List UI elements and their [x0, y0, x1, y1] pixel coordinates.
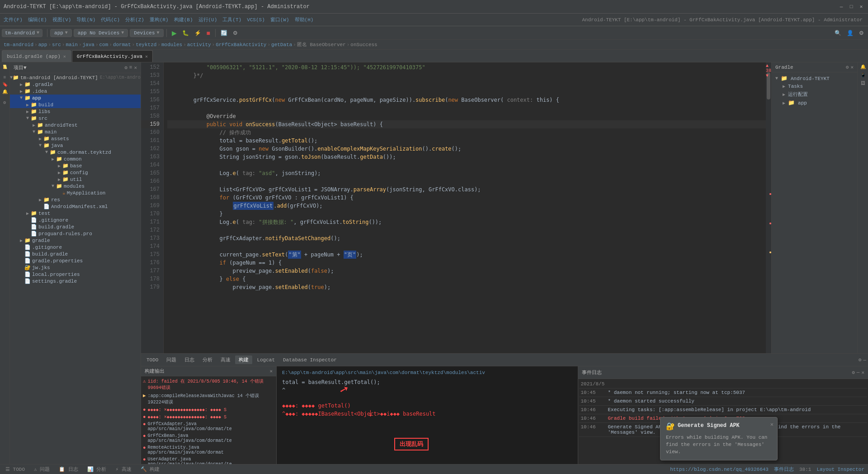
menu-help[interactable]: 帮助(H)	[293, 15, 316, 24]
menu-code[interactable]: 代码(C)	[99, 15, 122, 24]
sync-button[interactable]: 🔄	[218, 28, 230, 38]
menu-navigate[interactable]: 导航(N)	[75, 15, 97, 24]
build-item-3[interactable]: ● ◆◆◆◆: ×◆◆◆◆◆◆◆◆◆◆◆◆◆◆: ◆◆◆◆ S	[141, 406, 276, 413]
notifications-icon[interactable]: 🔔	[2, 89, 8, 95]
menu-vcs[interactable]: VCS(S)	[245, 16, 267, 24]
tree-gradle-properties[interactable]: 📄 gradle.properties	[10, 257, 141, 264]
close-button[interactable]: ✕	[858, 4, 864, 10]
tree-base[interactable]: ▶ 📁 base	[10, 162, 141, 169]
project-panel-settings[interactable]: ⚙	[124, 65, 127, 71]
tree-res[interactable]: ▶ 📁 res	[10, 196, 141, 203]
project-selector[interactable]: tm-android ▼	[2, 29, 42, 37]
minimize-button[interactable]: —	[838, 4, 844, 10]
right-device-explorer-icon[interactable]: 📱	[860, 72, 866, 78]
status-todo[interactable]: ☰ TODO	[4, 466, 27, 473]
run-config[interactable]: app ▼	[50, 29, 72, 37]
gradle-settings-icon[interactable]: ⚙	[846, 64, 849, 70]
tab-logcat[interactable]: Logcat	[253, 356, 278, 364]
device-selector[interactable]: app No Devices ▼	[74, 29, 128, 37]
tree-root[interactable]: ▼ 📁 tm-android [Android-TEYKT] E:\app\tm…	[10, 74, 141, 81]
tree-jwjks[interactable]: 🔐 jw.jks	[10, 264, 141, 271]
breadcrumb-activity[interactable]: activity	[187, 42, 211, 47]
right-notifications-icon[interactable]: 🔔	[860, 64, 866, 70]
menu-view[interactable]: 视图(V)	[51, 15, 73, 24]
project-panel-close[interactable]: ✕	[134, 65, 137, 71]
tree-settings-gradle[interactable]: 📄 settings.gradle	[10, 278, 141, 284]
breadcrumb-observer[interactable]: 匿名 BaseObserver	[297, 41, 346, 48]
devices-label-btn[interactable]: Devices ▼	[130, 29, 163, 37]
build-item-7[interactable]: ● RemoteActivity.java app/src/main/java/…	[141, 444, 276, 456]
tree-manifest[interactable]: 📄 AndroidManifest.xml	[10, 203, 141, 210]
tree-assets[interactable]: ▶ 📁 assets	[10, 135, 141, 142]
breadcrumb-main[interactable]: main	[66, 42, 77, 47]
breadcrumb-project[interactable]: tm-android	[4, 42, 33, 47]
tree-root-gitignore[interactable]: 📄 .gitignore	[10, 244, 141, 251]
maximize-button[interactable]: □	[848, 4, 854, 10]
status-speed[interactable]: ⚡ 高速	[113, 465, 133, 473]
breadcrumb-dormat[interactable]: dormat	[113, 42, 131, 47]
menu-window[interactable]: 窗口(W)	[269, 15, 291, 24]
breadcrumb-teyktzd[interactable]: teyktzd	[136, 42, 156, 47]
tree-util[interactable]: ▶ 📁 util	[10, 176, 141, 183]
project-tab-icon[interactable]: 📁	[2, 64, 8, 70]
event-log-minimize[interactable]: —	[857, 370, 860, 375]
status-analyze[interactable]: 📊 分析	[85, 465, 108, 473]
breadcrumb-src[interactable]: src	[52, 42, 61, 47]
tree-dormat[interactable]: ▼ 📁 com.dormat.teyktzd	[10, 149, 141, 156]
notification-close[interactable]: ✕	[770, 421, 774, 428]
tree-proguard[interactable]: 📄 proguard-rules.pro	[10, 230, 141, 237]
tab-log[interactable]: 日志	[181, 356, 198, 364]
build-variants-icon[interactable]: ⚙	[3, 100, 6, 105]
tree-app[interactable]: ▼ 📁 app	[10, 95, 141, 101]
search-button[interactable]: 🔍	[832, 28, 844, 38]
status-build[interactable]: 🔨 构建	[139, 465, 162, 473]
tree-build[interactable]: ▶ 📁 build	[10, 101, 141, 108]
menu-tools[interactable]: 工具(T)	[221, 15, 243, 24]
menu-file[interactable]: 文件(F)	[2, 15, 24, 24]
breadcrumb-class[interactable]: GrFfCxBakActivity	[216, 42, 266, 47]
tab-speed[interactable]: 高速	[217, 356, 234, 364]
event-log-close[interactable]: ✕	[861, 370, 864, 375]
breadcrumb-onsuccess[interactable]: onSuccess	[350, 42, 377, 47]
tree-local-properties[interactable]: 📄 local.properties	[10, 271, 141, 278]
breadcrumb-modules[interactable]: modules	[161, 42, 182, 47]
run-button[interactable]: ▶	[170, 28, 179, 38]
tab-grffcxbak-close[interactable]: ✕	[145, 54, 148, 59]
code-content[interactable]: "005906321", "5121.1", "2020-08-12 12:15…	[164, 62, 766, 353]
build-item-6[interactable]: ● GrFfCxBean.java app/src/main/java/com/…	[141, 432, 276, 444]
tab-issues[interactable]: 问题	[163, 356, 180, 364]
tree-myapp[interactable]: ☕ MyApplication	[10, 190, 141, 196]
window-controls[interactable]: — □ ✕	[838, 4, 864, 10]
build-item-4[interactable]: ● ◆◆◆◆: ×◆◆◆◆◆◆◆◆◆◆◆◆◆◆: ◆◆◆◆ S	[141, 413, 276, 421]
tree-build-gradle-app[interactable]: 📄 build.gradle	[10, 223, 141, 230]
breadcrumb-com[interactable]: com	[99, 42, 108, 47]
menu-build[interactable]: 构建(B)	[172, 15, 195, 24]
tab-build[interactable]: 构建	[235, 356, 252, 364]
bottom-panel-settings[interactable]: ⚙	[859, 357, 862, 363]
tree-java[interactable]: ▼ 📁 java	[10, 142, 141, 149]
tree-config[interactable]: ▶ 📁 config	[10, 169, 141, 176]
tree-modules[interactable]: ▼ 📁 modules	[10, 183, 141, 190]
status-layout-inspector[interactable]: Layout Inspector	[816, 467, 864, 472]
gradle-close-icon[interactable]: ✕	[850, 64, 854, 70]
status-event-log[interactable]: 事件日志	[774, 466, 794, 473]
breadcrumb-java[interactable]: java	[82, 42, 94, 47]
toolbar-settings[interactable]: ⚙	[857, 28, 866, 38]
run-coverage-button[interactable]: ⚡	[192, 28, 203, 38]
tab-build-gradle[interactable]: build.gradle (app) ✕	[2, 50, 71, 62]
breadcrumb-method[interactable]: getData	[271, 42, 292, 47]
right-resource-manager-icon[interactable]: 🖼	[861, 81, 865, 86]
menu-edit[interactable]: 编辑(E)	[26, 15, 49, 24]
tree-gitignore-app[interactable]: 📄 .gitignore	[10, 217, 141, 223]
menu-refactor[interactable]: 重构(R)	[148, 15, 170, 24]
status-issues[interactable]: ⚠ 问题	[32, 465, 52, 473]
stop-button[interactable]: ■	[204, 28, 212, 38]
status-日志[interactable]: 📋 日志	[57, 465, 80, 473]
build-item-5[interactable]: ● GrFfCxAdapter.java app/src/main/java/c…	[141, 421, 276, 432]
status-url[interactable]: https://blog.csdn.net/qq_49326643	[670, 467, 769, 472]
tree-root-build-gradle[interactable]: 📄 build.gradle	[10, 251, 141, 257]
bottom-panel-minimize[interactable]: —	[863, 357, 866, 363]
gradle-run-configs[interactable]: ▶ 运行配置	[772, 90, 857, 99]
profile-button[interactable]: 👤	[844, 28, 856, 38]
tree-libs[interactable]: ▶ 📁 libs	[10, 108, 141, 115]
